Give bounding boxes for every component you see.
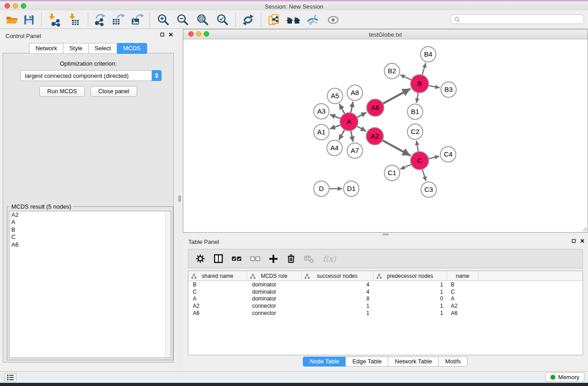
unselect-all-columns-button[interactable]: [250, 254, 260, 263]
open-session-button[interactable]: [4, 13, 20, 27]
table-cell[interactable]: A: [188, 295, 247, 302]
table-row[interactable]: Bdominator41B: [188, 281, 583, 288]
create-column-button[interactable]: [269, 254, 278, 263]
zoom-selected-button[interactable]: [215, 13, 231, 27]
run-mcds-button[interactable]: Run MCDS: [39, 86, 85, 97]
save-session-button[interactable]: [21, 13, 37, 27]
tab-mcds[interactable]: MCDS: [117, 43, 147, 54]
mcds-result-item[interactable]: A6: [10, 241, 171, 248]
table-cell[interactable]: A6: [188, 310, 247, 316]
table-row[interactable]: A2connector11A2: [188, 302, 583, 310]
graph-edge-A-A7[interactable]: [351, 131, 353, 142]
mcds-result-item[interactable]: A: [10, 219, 171, 226]
table-cell[interactable]: C: [447, 289, 478, 295]
close-panel-icon[interactable]: [169, 33, 173, 37]
close-panel-icon[interactable]: [580, 239, 584, 243]
table-cell[interactable]: 1: [373, 303, 447, 309]
graph-edge-C-C3[interactable]: [422, 169, 426, 181]
splitter-grip[interactable]: [382, 234, 389, 235]
horizontal-splitter[interactable]: [183, 233, 588, 236]
export-table-button[interactable]: [110, 13, 126, 27]
mcds-result-item[interactable]: C: [10, 234, 171, 241]
home-button[interactable]: [285, 13, 301, 27]
table-cell[interactable]: A2: [447, 303, 478, 309]
table-cell[interactable]: A6: [447, 310, 478, 316]
column-header-mcds-role[interactable]: MCDS role: [247, 271, 301, 281]
task-history-button[interactable]: [5, 373, 16, 382]
graph-edge-B-B3[interactable]: [429, 86, 440, 88]
graph-edge-C-C2[interactable]: [416, 141, 418, 152]
splitter-grip[interactable]: [178, 195, 181, 202]
close-panel-button[interactable]: Close panel: [91, 86, 137, 97]
network-canvas[interactable]: ABCA2A6A1A3A4A5A7A8B1B2B3B4C1C2C3C4DD1: [183, 39, 588, 233]
table-row[interactable]: Adominator80A: [188, 295, 583, 303]
table-cell[interactable]: 0: [373, 295, 447, 302]
export-image-button[interactable]: [129, 13, 145, 27]
zoom-in-button[interactable]: [155, 13, 172, 27]
tab-network[interactable]: Network: [29, 43, 63, 54]
table-cell[interactable]: connector: [247, 310, 301, 316]
import-table-button[interactable]: [66, 13, 82, 27]
graph-edge-C-C4[interactable]: [429, 156, 440, 158]
table-cell[interactable]: B: [447, 281, 478, 288]
table-row[interactable]: A6connector11A6: [188, 310, 583, 317]
select-all-columns-button[interactable]: [232, 254, 242, 263]
column-header-name[interactable]: name: [447, 271, 478, 281]
table-cell[interactable]: 1: [301, 310, 373, 316]
tab-node-table[interactable]: Node Table: [303, 357, 346, 367]
graph-edge-A-A3[interactable]: [330, 114, 341, 119]
show-graphics-details-button[interactable]: [325, 13, 341, 27]
table-cell[interactable]: A: [447, 295, 478, 302]
graph-edge-B-B1[interactable]: [416, 93, 418, 103]
table-cell[interactable]: 1: [373, 281, 447, 288]
graph-edge-A2-C[interactable]: [382, 140, 411, 156]
table-cell[interactable]: dominator: [247, 289, 301, 295]
mcds-result-item[interactable]: A2: [10, 211, 171, 219]
import-network-button[interactable]: [46, 13, 62, 27]
graph-edge-A-A6[interactable]: [357, 112, 367, 117]
mcds-result-item[interactable]: B: [10, 226, 171, 234]
tab-select[interactable]: Select: [88, 43, 117, 54]
graph-edge-B-B4[interactable]: [422, 63, 426, 75]
hide-graphics-details-button[interactable]: [305, 13, 321, 27]
table-cell[interactable]: connector: [247, 303, 301, 309]
criterion-dropdown[interactable]: largest connected component (directed): [20, 70, 162, 81]
memory-button[interactable]: Memory: [545, 372, 584, 382]
graph-edge-A-A1[interactable]: [330, 125, 341, 129]
mcds-result-scrollbar[interactable]: [165, 211, 171, 357]
tab-edge-table[interactable]: Edge Table: [345, 357, 388, 367]
window-resize-grip[interactable]: [581, 225, 587, 232]
table-cell[interactable]: A2: [188, 303, 247, 309]
tab-network-table[interactable]: Network Table: [388, 357, 439, 367]
table-cell[interactable]: dominator: [247, 281, 301, 288]
graph-edge-A6-B[interactable]: [383, 89, 411, 104]
graph-edge-C-C1[interactable]: [400, 164, 411, 169]
column-header-successor-nodes[interactable]: successor nodes: [301, 271, 373, 281]
search-input[interactable]: [451, 14, 584, 24]
tab-motifs[interactable]: Motifs: [438, 357, 468, 367]
graph-edge-A-A4[interactable]: [339, 130, 345, 140]
zoom-out-button[interactable]: [175, 13, 191, 27]
delete-columns-button[interactable]: [287, 254, 296, 263]
tab-style[interactable]: Style: [63, 43, 89, 54]
mcds-result-list[interactable]: A2ABCA6: [9, 211, 171, 358]
vertical-splitter[interactable]: [177, 29, 183, 371]
table-cell[interactable]: B: [188, 281, 247, 288]
table-cell[interactable]: 8: [301, 295, 373, 302]
float-panel-icon[interactable]: [160, 33, 164, 37]
table-cell[interactable]: 1: [373, 310, 447, 316]
table-settings-button[interactable]: [196, 254, 205, 263]
graph-edge-A-A2[interactable]: [357, 126, 366, 131]
graph-edge-A-A8[interactable]: [351, 102, 353, 113]
float-panel-icon[interactable]: [572, 239, 576, 243]
network-window-titlebar[interactable]: testGlobe.txt: [183, 29, 588, 39]
function-builder-button[interactable]: f(x): [323, 254, 336, 263]
show-column-button[interactable]: [214, 254, 223, 263]
table-row[interactable]: Cdominator41C: [188, 288, 583, 295]
table-cell[interactable]: 1: [301, 303, 373, 309]
refresh-layout-button[interactable]: [240, 13, 256, 27]
zoom-fit-button[interactable]: [195, 13, 211, 27]
new-network-from-file-button[interactable]: [266, 13, 282, 27]
table-cell[interactable]: dominator: [247, 295, 301, 302]
table-cell[interactable]: 4: [301, 281, 373, 288]
